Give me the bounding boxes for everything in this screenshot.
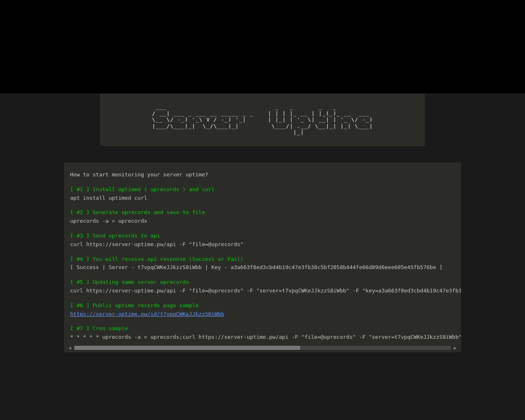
terminal-panel: How to start monitoring your server upti… — [64, 162, 461, 344]
step1-heading: [ #1 ] Install uptimed ( uprecords ) and… — [70, 185, 455, 194]
intro-text: How to start monitoring your server upti… — [70, 171, 455, 179]
step7-heading: [ #7 ] Cron sample — [70, 324, 455, 333]
step4-command: [ Success | Server - t7vpqCWKeJJkzzS8iWb… — [70, 263, 455, 272]
step6-link[interactable]: https://server-uptime.pw/id/t7vpqCWKeJJk… — [70, 311, 224, 317]
step4-heading: [ #4 ] You will receive api response (Su… — [70, 255, 455, 264]
scroll-right-arrow[interactable]: ▶ — [452, 345, 458, 351]
gap — [0, 146, 525, 162]
scrollbar-area[interactable]: ◀ ▶ — [64, 344, 461, 352]
scroll-left-arrow[interactable]: ◀ — [67, 345, 73, 351]
step1-command: apt install uptimed curl — [70, 194, 455, 203]
step5-command: curl https://server-uptime.pw/api -F "fi… — [70, 287, 455, 295]
top-black-area — [0, 0, 525, 94]
step3-heading: [ #3 ] Send uprecords to api — [70, 232, 455, 240]
scroll-thumb[interactable] — [74, 346, 300, 350]
scroll-track[interactable] — [74, 346, 451, 350]
step5-heading: [ #5 ] Updating same server uprecords — [70, 278, 455, 287]
step2-command: uprecords -a > uprecords — [70, 217, 455, 226]
step6-heading: [ #6 ] Public uptime records page sample — [70, 301, 455, 310]
ascii-art-logo: ___ _ _ _ _ / __| ___ _ ___ __ _____ _ _… — [152, 104, 373, 136]
step3-command: curl https://server-uptime.pw/api -F "fi… — [70, 240, 455, 249]
step2-heading: [ #2 ] Generate uprecords and save to fi… — [70, 208, 455, 217]
banner-section: ___ _ _ _ _ / __| ___ _ ___ __ _____ _ _… — [100, 94, 425, 146]
step6-link-line[interactable]: https://server-uptime.pw/id/t7vpqCWKeJJk… — [70, 310, 455, 319]
bottom-black-area — [0, 352, 525, 420]
step7-command: * * * * * uprecords -a > uprecords;curl … — [70, 333, 455, 342]
